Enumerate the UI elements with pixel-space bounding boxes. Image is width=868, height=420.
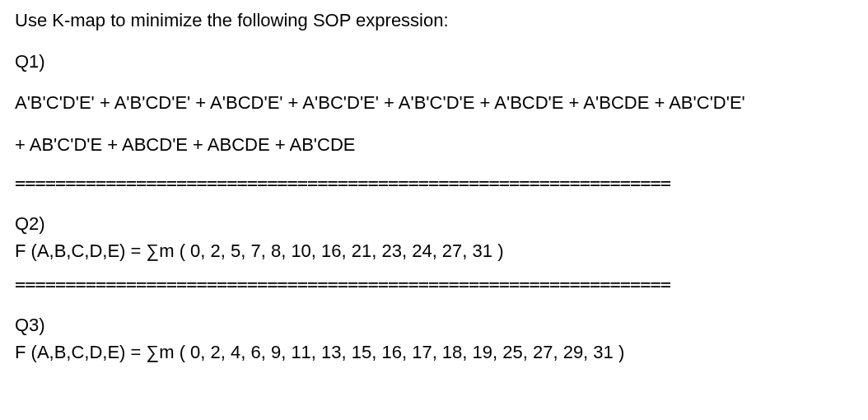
separator-2: ========================================…	[15, 274, 853, 295]
page-title: Use K-map to minimize the following SOP …	[15, 10, 853, 31]
question-1: Q1) A'B'C'D'E' + A'B'CD'E' + A'BCD'E' + …	[15, 51, 853, 158]
q3-function: F (A,B,C,D,E) = ∑m ( 0, 2, 4, 6, 9, 11, …	[15, 338, 853, 366]
question-2: Q2) F (A,B,C,D,E) = ∑m ( 0, 2, 5, 7, 8, …	[15, 210, 853, 264]
q2-label: Q2)	[15, 210, 853, 237]
q1-label: Q1)	[15, 51, 853, 72]
question-3: Q3) F (A,B,C,D,E) = ∑m ( 0, 2, 4, 6, 9, …	[15, 311, 853, 366]
q3-label: Q3)	[15, 311, 853, 338]
q2-function: F (A,B,C,D,E) = ∑m ( 0, 2, 5, 7, 8, 10, …	[15, 237, 853, 264]
q1-expression-line2: + AB'C'D'E + ABCD'E + ABCDE + AB'CDE	[15, 131, 853, 158]
separator-1: ========================================…	[15, 173, 853, 194]
q1-expression-line1: A'B'C'D'E' + A'B'CD'E' + A'BCD'E' + A'BC…	[15, 89, 853, 116]
